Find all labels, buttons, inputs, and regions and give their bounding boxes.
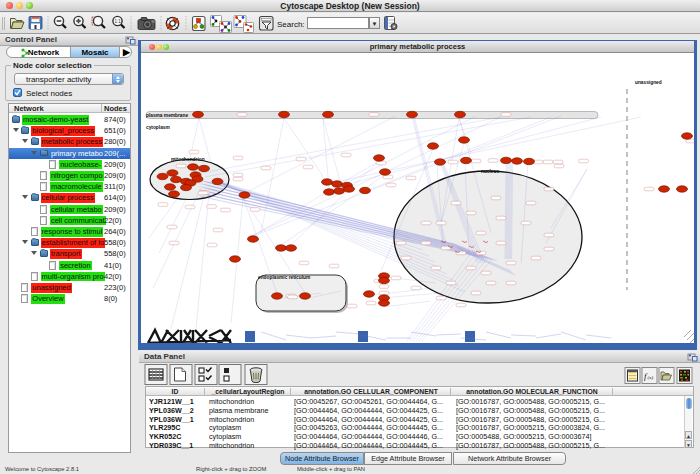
svg-text:mitochondrion: mitochondrion [171,157,205,162]
svg-text:endoplasmic reticulum: endoplasmic reticulum [258,275,310,280]
svg-text:(x): (x) [648,375,654,380]
svg-text:unassigned: unassigned [635,80,662,85]
svg-text:nucleus: nucleus [481,169,499,174]
svg-text:plasma membrane: plasma membrane [146,113,188,118]
svg-text:1:1: 1:1 [115,19,122,24]
svg-text:cytoplasm: cytoplasm [146,125,170,130]
